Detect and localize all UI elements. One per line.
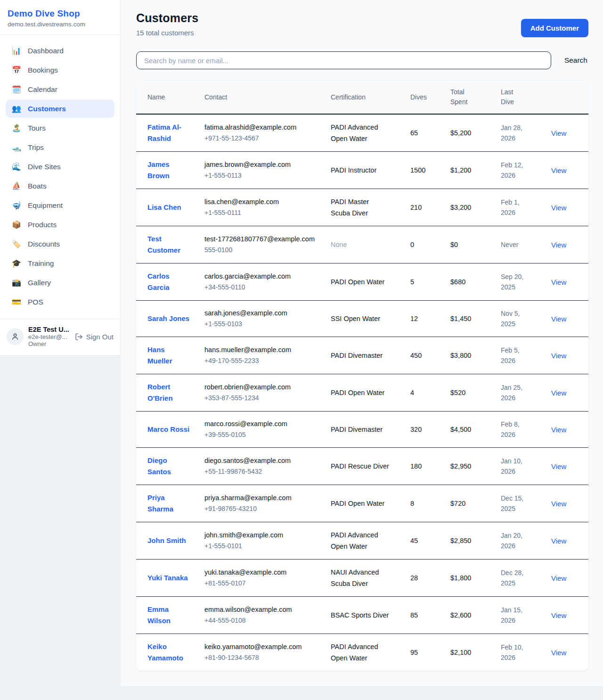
view-customer-link[interactable]: View — [551, 352, 566, 360]
page: Demo Dive Shop demo.test.divestreams.com… — [0, 0, 603, 700]
customer-last-dive: Feb 10, 2026 — [501, 642, 530, 663]
user-info: E2E Test U... e2e-tester@... Owner — [28, 326, 70, 347]
page-subtitle: 15 total customers — [136, 29, 198, 37]
customer-name-link[interactable]: John Smith — [147, 535, 186, 546]
customer-email: keiko.yamamoto@example.com — [204, 642, 323, 652]
view-customer-link[interactable]: View — [551, 315, 566, 323]
user-icon — [11, 332, 19, 341]
customers-table: Name Contact Certification Dives Total S… — [136, 81, 588, 671]
customer-email: james.brown@example.com — [204, 159, 323, 170]
customer-name-link[interactable]: Emma Wilson — [147, 604, 190, 626]
add-customer-button[interactable]: Add Customer — [521, 19, 588, 37]
customer-name-link[interactable]: Marco Rossi — [147, 424, 189, 435]
sidebar-item-dive-sites[interactable]: 🌊 Dive Sites — [6, 157, 114, 176]
customer-name-link[interactable]: Test Customer — [147, 233, 190, 256]
sidebar-item-customers[interactable]: 👥 Customers — [6, 99, 114, 118]
customer-total-spent: $0 — [450, 226, 501, 264]
customer-name-link[interactable]: Priya Sharma — [147, 492, 190, 515]
customer-name-link[interactable]: Yuki Tanaka — [147, 572, 188, 584]
sidebar-item-training[interactable]: 🎓 Training — [6, 254, 114, 272]
customer-certification: PADI Divemaster — [331, 424, 383, 435]
customer-name-link[interactable]: Hans Mueller — [147, 344, 190, 367]
sign-out-icon — [75, 333, 83, 341]
sidebar-item-tours[interactable]: 🏝️ Tours — [6, 119, 114, 137]
customer-name-link[interactable]: Fatima Al-Rashid — [147, 122, 190, 144]
title-block: Customers 15 total customers — [136, 11, 198, 37]
view-customer-link[interactable]: View — [551, 166, 566, 174]
search-button[interactable]: Search — [563, 53, 588, 67]
customer-email: diego.santos@example.com — [204, 455, 323, 466]
customer-certification: PADI Instructor — [331, 165, 376, 176]
view-customer-link[interactable]: View — [551, 278, 566, 286]
customer-dives: 450 — [410, 337, 450, 374]
customer-name-link[interactable]: Keiko Yamamoto — [147, 641, 190, 664]
view-customer-link[interactable]: View — [551, 574, 566, 582]
sidebar-item-products[interactable]: 📦 Products — [6, 215, 114, 234]
people-icon: 👥 — [11, 104, 22, 113]
view-customer-link[interactable]: View — [551, 129, 566, 137]
sidebar-item-discounts[interactable]: 🏷️ Discounts — [6, 235, 114, 253]
customer-certification: PADI Advanced Open Water — [331, 641, 390, 664]
customer-total-spent: $1,450 — [450, 301, 501, 337]
avatar — [7, 328, 24, 345]
table-row: Test Customer test-1772681807767@example… — [136, 226, 588, 264]
table-row: Marco Rossi marco.rossi@example.com +39-… — [136, 412, 588, 448]
search-input[interactable] — [136, 51, 551, 69]
view-customer-link[interactable]: View — [551, 389, 566, 397]
table-row: Keiko Yamamoto keiko.yamamoto@example.co… — [136, 634, 588, 671]
customer-name-link[interactable]: Robert O'Brien — [147, 381, 190, 404]
table-header-row: Name Contact Certification Dives Total S… — [136, 81, 588, 114]
sidebar-item-trips[interactable]: 🛥️ Trips — [6, 138, 114, 156]
customer-name-link[interactable]: Carlos Garcia — [147, 271, 190, 293]
table-row: John Smith john.smith@example.com +1-555… — [136, 522, 588, 560]
view-customer-link[interactable]: View — [551, 204, 566, 212]
customer-name-link[interactable]: Sarah Jones — [147, 313, 189, 324]
bar-chart-icon: 📊 — [11, 46, 22, 55]
view-customer-link[interactable]: View — [551, 462, 566, 470]
sailboat-icon: ⛵ — [11, 181, 22, 190]
customer-email: hans.mueller@example.com — [204, 345, 323, 355]
customer-dives: 95 — [410, 634, 450, 671]
customer-last-dive: Sep 20, 2025 — [501, 272, 530, 292]
table-row: Sarah Jones sarah.jones@example.com +1-5… — [136, 301, 588, 337]
table-row: Carlos Garcia carlos.garcia@example.com … — [136, 264, 588, 301]
sidebar-item-bookings[interactable]: 📅 Bookings — [6, 61, 114, 79]
customer-phone: +971-55-123-4567 — [204, 133, 323, 144]
customer-last-dive: Jan 15, 2026 — [501, 605, 530, 626]
customer-last-dive: Nov 5, 2025 — [501, 308, 530, 329]
sidebar-item-dashboard[interactable]: 📊 Dashboard — [6, 41, 114, 60]
view-customer-link[interactable]: View — [551, 649, 566, 657]
sign-out-button[interactable]: Sign Out — [75, 333, 114, 341]
view-customer-link[interactable]: View — [551, 426, 566, 434]
customer-name-link[interactable]: Diego Santos — [147, 455, 190, 478]
customer-phone: +49-170-555-2233 — [204, 355, 323, 366]
view-customer-link[interactable]: View — [551, 500, 566, 508]
customers-table-card: Name Contact Certification Dives Total S… — [136, 81, 588, 671]
customer-email: robert.obrien@example.com — [204, 382, 323, 393]
column-header-contact: Contact — [204, 81, 331, 114]
sidebar-item-calendar[interactable]: 🗓️ Calendar — [6, 80, 114, 99]
user-email: e2e-tester@... — [28, 333, 70, 340]
table-row: Priya Sharma priya.sharma@example.com +9… — [136, 485, 588, 522]
sidebar-item-pos[interactable]: 💳 POS — [6, 293, 114, 311]
customer-name-link[interactable]: James Brown — [147, 159, 190, 181]
sidebar-item-equipment[interactable]: 🤿 Equipment — [6, 196, 114, 214]
diving-mask-icon: 🤿 — [11, 201, 22, 210]
column-header-actions — [551, 81, 588, 114]
sidebar-item-boats[interactable]: ⛵ Boats — [6, 177, 114, 195]
customer-phone: +81-90-1234-5678 — [204, 652, 323, 663]
customer-total-spent: $2,100 — [450, 634, 501, 671]
customer-name-link[interactable]: Lisa Chen — [147, 202, 181, 213]
customer-last-dive: Dec 28, 2025 — [501, 568, 530, 588]
camera-icon: 📸 — [11, 278, 22, 287]
column-header-certification: Certification — [331, 81, 410, 114]
customer-email: priya.sharma@example.com — [204, 493, 323, 503]
customer-dives: 28 — [410, 560, 450, 597]
sidebar-item-gallery[interactable]: 📸 Gallery — [6, 273, 114, 292]
view-customer-link[interactable]: View — [551, 611, 566, 619]
customer-last-dive: Dec 15, 2025 — [501, 493, 530, 514]
customer-dives: 45 — [410, 522, 450, 560]
customer-last-dive: Feb 12, 2026 — [501, 160, 530, 181]
view-customer-link[interactable]: View — [551, 537, 566, 545]
view-customer-link[interactable]: View — [551, 241, 566, 249]
